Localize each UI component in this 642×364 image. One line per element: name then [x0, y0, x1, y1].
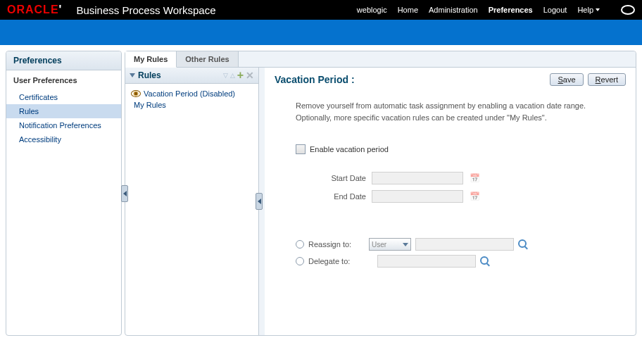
- revert-button[interactable]: Revert: [588, 73, 626, 86]
- tree-item-my-rules[interactable]: My Rules: [131, 99, 253, 111]
- rules-tree-items: Vacation Period (Disabled) My Rules: [125, 84, 258, 115]
- delegate-user-input[interactable]: [377, 255, 476, 268]
- pref-item-rules[interactable]: Rules: [6, 104, 121, 118]
- reassign-user-input[interactable]: [415, 238, 514, 251]
- sidebar-title: Preferences: [6, 51, 121, 70]
- reassign-type-select[interactable]: User: [369, 238, 411, 251]
- rule-detail-panel: Vacation Period : Save Revert Remove you…: [265, 68, 636, 335]
- nav-help[interactable]: Help: [577, 6, 600, 14]
- panel-collapse-handle[interactable]: [121, 185, 128, 202]
- detail-description: Remove yourself from automatic task assi…: [296, 100, 626, 123]
- add-rule-icon[interactable]: +: [237, 71, 244, 80]
- nav-home[interactable]: Home: [398, 6, 418, 14]
- eye-icon: [131, 90, 141, 97]
- sidebar-section-title: User Preferences: [6, 70, 121, 90]
- end-date-label: End Date: [317, 192, 366, 201]
- delete-rule-icon[interactable]: ✕: [246, 71, 254, 80]
- preferences-list: Certificates Rules Notification Preferen…: [6, 90, 121, 146]
- tab-my-rules[interactable]: My Rules: [125, 51, 177, 68]
- rules-tree-title: Rules: [138, 70, 161, 80]
- tabs: My Rules Other Rules: [125, 51, 636, 68]
- end-date-input[interactable]: [372, 190, 463, 203]
- collapse-tree-icon[interactable]: [130, 73, 135, 77]
- save-button[interactable]: Save: [550, 73, 583, 86]
- rules-tree-header: Rules ▽ △ + ✕: [125, 68, 258, 84]
- tree-item-vacation-period[interactable]: Vacation Period (Disabled): [131, 88, 253, 99]
- splitter-handle[interactable]: [256, 193, 263, 210]
- app-header: ORACLE' Business Process Workspace weblo…: [0, 0, 642, 20]
- oracle-logo: ORACLE': [7, 4, 62, 16]
- delegate-label: Delegate to:: [308, 257, 365, 265]
- pref-item-notification[interactable]: Notification Preferences: [6, 118, 121, 132]
- sort-up-icon[interactable]: △: [230, 72, 235, 79]
- enable-vacation-row: Enable vacation period: [296, 144, 626, 154]
- search-icon[interactable]: [480, 256, 490, 266]
- preferences-sidebar: Preferences User Preferences Certificate…: [6, 51, 122, 336]
- reassign-radio[interactable]: [296, 240, 304, 249]
- pref-item-certificates[interactable]: Certificates: [6, 90, 121, 104]
- nav-logout[interactable]: Logout: [543, 6, 567, 14]
- chevron-left-icon: [258, 199, 261, 204]
- rules-tree-panel: Rules ▽ △ + ✕ Vacation Period (Disabled)…: [125, 68, 259, 335]
- blue-bar: [0, 20, 642, 45]
- tree-splitter[interactable]: [259, 68, 265, 335]
- tab-other-rules[interactable]: Other Rules: [177, 51, 238, 67]
- chevron-down-icon: [596, 8, 600, 11]
- sort-down-icon[interactable]: ▽: [223, 72, 228, 79]
- nav-preferences[interactable]: Preferences: [489, 6, 533, 14]
- enable-vacation-label: Enable vacation period: [310, 145, 389, 153]
- calendar-icon[interactable]: 📅: [469, 191, 480, 202]
- main-container: Preferences User Preferences Certificate…: [0, 45, 642, 341]
- user-name: weblogic: [357, 6, 387, 14]
- chevron-down-icon: [403, 243, 408, 246]
- nav-administration[interactable]: Administration: [429, 6, 478, 14]
- content-row: Rules ▽ △ + ✕ Vacation Period (Disabled)…: [125, 68, 636, 335]
- app-title: Business Process Workspace: [76, 4, 356, 16]
- detail-title: Vacation Period :: [275, 74, 355, 85]
- reassign-label: Reassign to:: [308, 240, 365, 249]
- delegate-radio[interactable]: [296, 257, 304, 265]
- calendar-icon[interactable]: 📅: [469, 172, 480, 184]
- header-nav: weblogic Home Administration Preferences…: [357, 5, 635, 15]
- start-date-input[interactable]: [372, 172, 463, 184]
- chevron-left-icon: [123, 191, 127, 196]
- pref-item-accessibility[interactable]: Accessibility: [6, 132, 121, 146]
- start-date-label: Start Date: [317, 174, 366, 182]
- content-panel: My Rules Other Rules Rules ▽ △ + ✕: [125, 51, 636, 336]
- search-icon[interactable]: [518, 239, 528, 249]
- enable-vacation-checkbox[interactable]: [296, 144, 306, 154]
- oracle-o-icon[interactable]: [621, 5, 635, 15]
